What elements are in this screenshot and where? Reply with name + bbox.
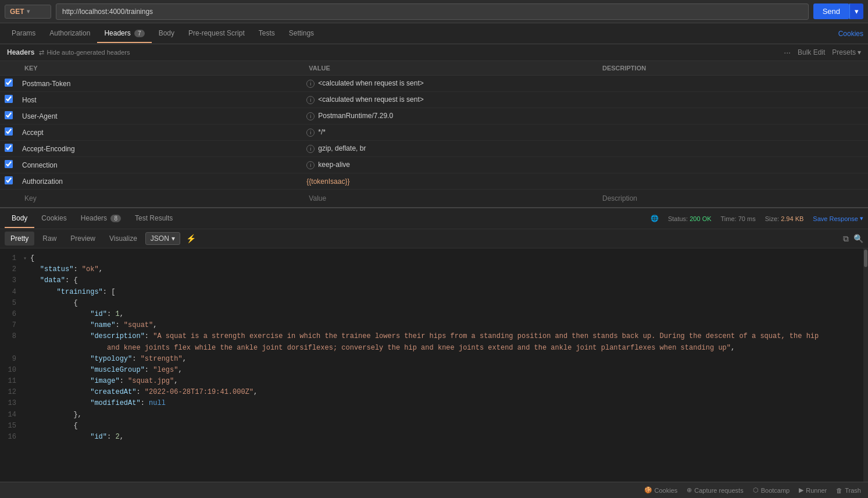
headers-badge: 7 [134,30,145,37]
row-checkbox[interactable] [5,176,13,184]
code-line: 16 "id": 2, [0,432,868,443]
new-value-input[interactable] [309,194,588,202]
tab-headers[interactable]: Headers 7 [97,24,151,43]
code-line: 13 "modifiedAt": null [0,398,868,409]
save-response-button[interactable]: Save Response ▾ [813,215,863,222]
bootcamp-icon: ⬡ [753,486,759,494]
tab-tests[interactable]: Tests [252,24,282,43]
headers-table: KEY VALUE DESCRIPTION Postman-Token i<ca… [0,61,868,207]
row-checkbox[interactable] [5,95,13,103]
code-line: 15 { [0,421,868,432]
url-input[interactable] [56,3,809,20]
key-cell: Authorization [17,173,302,190]
info-icon: i [306,112,315,120]
capture-requests-btn[interactable]: ⊕ Capture requests [687,486,743,494]
row-checkbox[interactable] [5,127,13,136]
send-dropdown-button[interactable]: ▾ [849,3,863,19]
code-line: 1 ▾{ [0,253,868,264]
value-cell: i<calculated when request is sent> [302,76,595,92]
headers-toolbar: Headers ⇄ Hide auto-generated headers ··… [0,44,868,61]
value-cell-authorization: {{tokenIsaac}} [302,173,595,190]
resp-tab-body[interactable]: Body [5,209,34,228]
format-select[interactable]: JSON ▾ [145,232,180,245]
tab-settings[interactable]: Settings [282,24,321,43]
row-checkbox[interactable] [5,144,13,152]
resp-tab-test-results[interactable]: Test Results [128,209,180,228]
code-line: 7 "name": "squat", [0,320,868,331]
status-label: Status: 200 OK [668,215,712,222]
link-icon: ⇄ [39,49,44,56]
info-icon: i [306,96,315,104]
method-chevron-icon: ▾ [27,8,30,15]
tab-pre-request-script[interactable]: Pre-request Script [181,24,252,43]
code-tab-preview[interactable]: Preview [65,232,101,246]
code-actions: ⧉ 🔍 [843,234,863,244]
cookies-bottom-btn[interactable]: 🍪 Cookies [644,486,678,494]
cookie-icon: 🍪 [644,486,652,494]
bulk-edit-button[interactable]: Bulk Edit [798,48,825,56]
response-status: 🌐 Status: 200 OK Time: 70 ms Size: 2.94 … [651,215,863,222]
info-icon: i [306,80,315,88]
hide-auto-headers-btn[interactable]: ⇄ Hide auto-generated headers [39,49,130,56]
top-bar: GET ▾ Send ▾ [0,0,868,23]
table-row: Accept i*/* [0,124,868,141]
presets-button[interactable]: Presets ▾ [832,48,861,56]
col-header-description: DESCRIPTION [595,61,854,76]
code-line: 3 "data": { [0,275,868,286]
col-header-value: VALUE [302,61,595,76]
trash-btn[interactable]: 🗑 Trash [836,487,861,494]
resp-tab-cookies[interactable]: Cookies [34,209,73,228]
code-tab-raw[interactable]: Raw [37,232,62,246]
bootcamp-btn[interactable]: ⬡ Bootcamp [753,486,790,494]
trash-icon: 🗑 [836,487,842,494]
code-tab-visualize[interactable]: Visualize [103,232,143,246]
copy-button[interactable]: ⧉ [843,234,849,244]
tab-body[interactable]: Body [152,24,181,43]
method-select[interactable]: GET ▾ [5,5,51,19]
filter-icon[interactable]: ⚡ [186,234,196,243]
new-desc-input[interactable] [602,194,847,202]
value-cell: ikeep-alive [302,157,595,173]
runner-btn[interactable]: ▶ Runner [799,486,827,494]
save-response-chevron-icon: ▾ [860,215,863,222]
table-row: User-Agent iPostmanRuntime/7.29.0 [0,108,868,124]
fold-icon[interactable]: ▾ [23,254,30,261]
search-button[interactable]: 🔍 [853,234,863,244]
value-cell: igzip, deflate, br [302,141,595,157]
code-toolbar: Pretty Raw Preview Visualize JSON ▾ ⚡ ⧉ … [0,229,868,248]
code-line: 4 "trainings": [ [0,287,868,298]
row-checkbox[interactable] [5,79,13,87]
response-tabs: Body Cookies Headers 8 Test Results 🌐 St… [0,208,868,229]
resp-headers-badge: 8 [110,215,121,222]
tab-params[interactable]: Params [5,24,42,43]
row-checkbox[interactable] [5,160,13,168]
key-cell: Postman-Token [17,76,302,92]
more-options-icon[interactable]: ··· [784,48,791,57]
key-cell: Connection [17,157,302,173]
capture-icon: ⊕ [687,486,692,494]
request-tabs: Params Authorization Headers 7 Body Pre-… [0,23,868,44]
row-checkbox[interactable] [5,111,13,119]
scrollbar-track [863,248,868,498]
code-viewer[interactable]: 1 ▾{ 2 "status": "ok", 3 "data": { 4 "tr… [0,248,868,498]
code-tab-pretty[interactable]: Pretty [5,232,34,246]
key-cell: Accept-Encoding [17,141,302,157]
code-line: 10 "muscleGroup": "legs", [0,365,868,376]
scrollbar-thumb[interactable] [864,250,867,267]
code-line: and knee joints flex while the ankle joi… [0,343,868,354]
value-cell: iPostmanRuntime/7.29.0 [302,108,595,124]
desc-cell [595,92,854,108]
info-icon: i [306,145,315,153]
col-header-key: KEY [17,61,302,76]
runner-icon: ▶ [799,486,803,494]
table-row: Connection ikeep-alive [0,157,868,173]
tab-authorization[interactable]: Authorization [42,24,97,43]
cookies-link[interactable]: Cookies [838,30,863,38]
response-area: Body Cookies Headers 8 Test Results 🌐 St… [0,207,868,498]
code-line: 12 "createdAt": "2022-06-28T17:19:41.000… [0,387,868,398]
new-key-input[interactable] [24,194,295,202]
send-button[interactable]: Send [813,3,849,19]
resp-tab-headers[interactable]: Headers 8 [74,209,128,228]
code-line: 6 "id": 1, [0,309,868,320]
desc-cell [595,141,854,157]
